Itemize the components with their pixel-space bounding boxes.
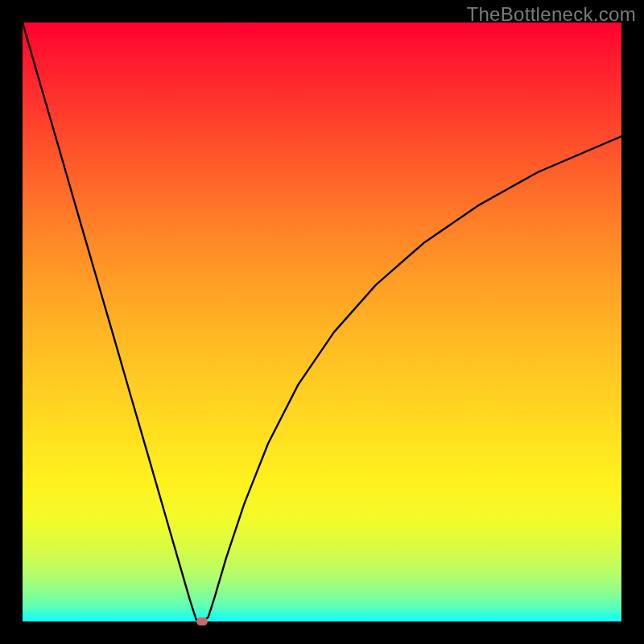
curve-minimum-marker [196, 617, 208, 625]
chart-frame: TheBottleneck.com [0, 0, 644, 644]
watermark-text: TheBottleneck.com [466, 3, 636, 26]
plot-area [23, 23, 621, 621]
bottleneck-curve [23, 23, 621, 621]
